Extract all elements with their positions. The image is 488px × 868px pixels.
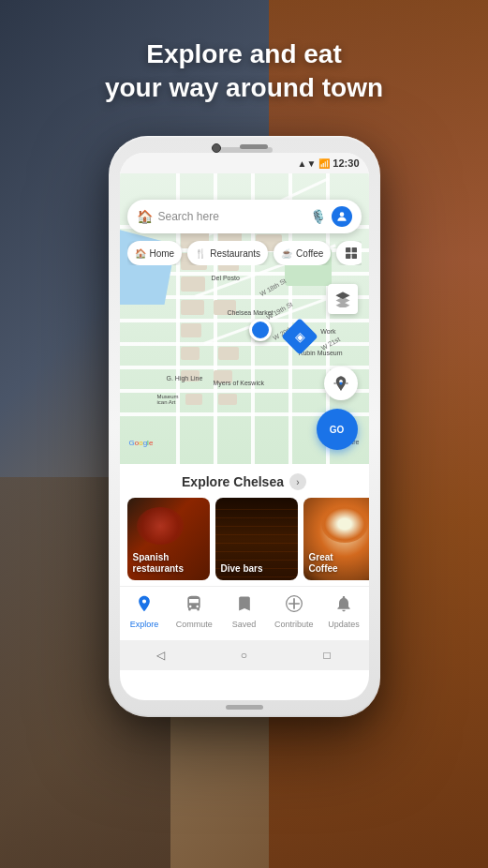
nav-updates[interactable]: Updates (318, 594, 368, 629)
building7 (181, 300, 204, 315)
building15 (218, 394, 237, 405)
chip-more[interactable] (336, 241, 361, 265)
nav-saved[interactable]: Saved (219, 594, 269, 629)
card-coffee-label: GreatCoffee (309, 552, 369, 575)
phone-screen: ▲▼ 📶 12:30 (120, 153, 369, 700)
google-logo: Google (129, 439, 154, 447)
signal-bars: ▲▼ (298, 158, 317, 169)
place-rubin: Rubin Museum (298, 350, 342, 356)
svg-point-5 (339, 382, 342, 385)
home-search-icon: 🏠 (137, 209, 153, 224)
card-spanish-label: Spanishrestaurants (133, 552, 204, 575)
place-del-posto: Del Posto (212, 275, 240, 281)
chip-home-label: Home (150, 248, 175, 259)
explore-cards: Spanishrestaurants Dive bars GreatCoffee (120, 498, 369, 580)
explore-title: Explore Chelsea (182, 474, 284, 489)
contribute-nav-label: Contribute (274, 620, 314, 629)
chip-coffee[interactable]: ☕ Coffee (274, 241, 331, 265)
nav-explore[interactable]: Explore (120, 594, 170, 629)
phone-shell: ▲▼ 📶 12:30 (109, 136, 380, 717)
search-bar[interactable]: 🏠 Search here 🎙️ (127, 200, 362, 233)
explore-chevron[interactable]: › (289, 473, 306, 490)
phone-home-indicator (226, 705, 263, 710)
back-button[interactable]: ◁ (152, 646, 170, 665)
mic-button[interactable]: 🎙️ (309, 207, 328, 226)
go-button[interactable]: GO (317, 409, 358, 450)
restaurants-chip-icon: 🍴 (195, 248, 206, 259)
explore-nav-icon (135, 594, 154, 618)
updates-nav-icon (334, 594, 353, 618)
saved-nav-label: Saved (232, 620, 257, 629)
nav-contribute[interactable]: Contribute (269, 594, 318, 629)
user-avatar[interactable] (332, 206, 352, 227)
building11 (218, 347, 239, 360)
chip-coffee-label: Coffee (296, 248, 323, 259)
current-location-pin (249, 319, 272, 341)
status-bar: ▲▼ 📶 12:30 (120, 153, 369, 173)
updates-nav-label: Updates (328, 620, 360, 629)
go-label: GO (330, 425, 345, 435)
phone: ▲▼ 📶 12:30 (109, 136, 380, 717)
recent-apps-button[interactable]: □ (318, 646, 336, 665)
commute-nav-icon (185, 594, 203, 618)
building10 (181, 347, 200, 360)
search-placeholder: Search here (158, 210, 309, 223)
nav-commute[interactable]: Commute (170, 594, 219, 629)
phone-speaker (240, 144, 268, 149)
commute-nav-label: Commute (176, 620, 213, 629)
explore-section: Explore Chelsea › Spanishrestaurants Div… (120, 464, 369, 586)
card-spanish-restaurants[interactable]: Spanishrestaurants (127, 498, 210, 580)
svg-rect-2 (352, 247, 357, 252)
hero-line1: Explore and eat (19, 37, 469, 71)
home-chip-icon: 🏠 (135, 248, 146, 259)
road-h5 (120, 319, 369, 322)
filter-chips: 🏠 Home 🍴 Restaurants ☕ Coffee (127, 241, 362, 265)
status-time: 12:30 (333, 157, 359, 169)
chip-restaurants[interactable]: 🍴 Restaurants (187, 241, 268, 265)
phone-camera (212, 143, 221, 153)
place-chelsea-market: Chelsea Market (228, 309, 274, 316)
svg-rect-4 (352, 254, 357, 259)
card-great-coffee[interactable]: GreatCoffee (303, 498, 369, 580)
map-area[interactable]: 🏠 Search here 🎙️ 🏠 Home (120, 173, 369, 464)
svg-rect-3 (346, 254, 350, 259)
card-bars-label: Dive bars (221, 563, 292, 575)
contribute-nav-icon (285, 594, 303, 618)
card-dive-bars[interactable]: Dive bars (215, 498, 298, 580)
explore-header: Explore Chelsea › (120, 473, 369, 490)
hero-line2: your way around town (19, 71, 469, 105)
wifi-icon: 📶 (318, 158, 330, 169)
map-layers-button[interactable] (328, 284, 358, 314)
svg-rect-1 (346, 247, 350, 252)
saved-nav-icon (235, 594, 254, 618)
coffee-chip-icon: ☕ (281, 248, 292, 259)
signal-icons: ▲▼ 📶 12:30 (298, 157, 360, 169)
chip-restaurants-label: Restaurants (210, 248, 260, 259)
chip-home[interactable]: 🏠 Home (127, 241, 183, 265)
svg-point-0 (339, 212, 344, 217)
phone-bottom-bar: ◁ ○ □ (120, 640, 369, 670)
place-myers: Myers of Keswick (214, 380, 264, 386)
explore-nav-label: Explore (130, 620, 159, 629)
place-work: Work (320, 328, 335, 335)
building6 (181, 277, 205, 292)
home-button[interactable]: ○ (234, 646, 253, 665)
building14 (185, 394, 202, 405)
my-location-button[interactable] (324, 367, 358, 400)
place-high-line: G. High Line (167, 375, 203, 382)
bottom-nav: Explore Commute Sa (120, 586, 369, 640)
hero-text: Explore and eat your way around town (0, 37, 488, 106)
building9 (181, 323, 201, 337)
place-museum: Museumican Art (157, 394, 179, 405)
